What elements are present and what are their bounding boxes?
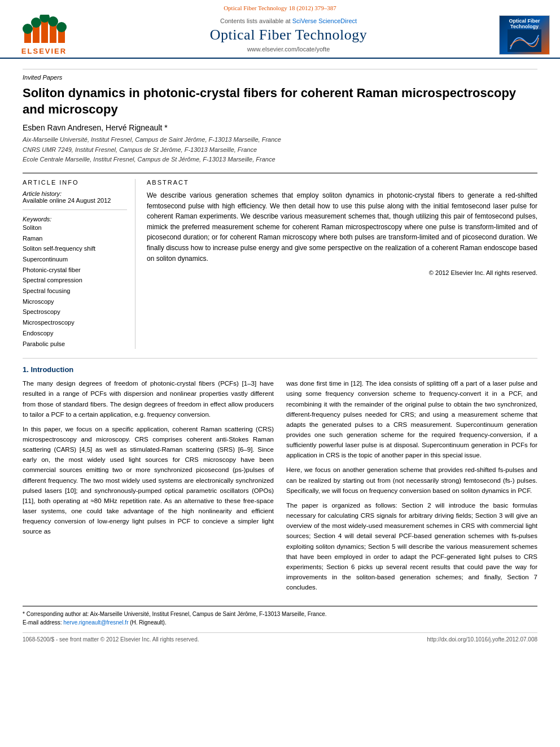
affiliation-3: Ecole Centrale Marseille, Institut Fresn… — [23, 155, 537, 165]
elsevier-logo: ELSEVIER — [10, 15, 78, 55]
email-note: E-mail address: herve.rigneault@fresnel.… — [23, 618, 537, 627]
section-label: Invited Papers — [23, 69, 537, 81]
cover-graphic-icon — [508, 29, 541, 52]
keyword-item: Spectral compression — [23, 275, 127, 286]
email-label: E-mail address: — [23, 619, 62, 626]
affiliation-1: Aix-Marseille Université, Institut Fresn… — [23, 135, 537, 145]
keyword-item: Soliton — [23, 222, 127, 233]
svg-rect-1 — [33, 26, 40, 43]
svg-point-6 — [31, 18, 41, 28]
doi-link[interactable]: http://dx.doi.org/10.1016/j.yofte.2012.0… — [427, 636, 537, 643]
header-inner: ELSEVIER Contents lists available at Sci… — [0, 15, 560, 55]
keyword-item: Parabolic pulse — [23, 339, 127, 350]
journal-top-bar: Optical Fiber Technology 18 (2012) 379–3… — [0, 5, 560, 11]
copyright-line: © 2012 Elsevier Inc. All rights reserved… — [147, 269, 537, 276]
svg-point-9 — [56, 22, 67, 32]
svg-rect-2 — [41, 20, 48, 43]
authors-text: Esben Ravn Andresen, Hervé Rigneault * — [23, 123, 168, 132]
authors: Esben Ravn Andresen, Hervé Rigneault * — [23, 123, 537, 132]
keyword-item: Supercontinuum — [23, 254, 127, 265]
affiliations: Aix-Marseille Université, Institut Fresn… — [23, 135, 537, 165]
email-note-text: (H. Rigneault). — [130, 619, 166, 626]
article-history: Article history: Available online 24 Aug… — [23, 190, 127, 204]
svg-point-8 — [48, 16, 58, 27]
issn-line: 1068-5200/$ - see front matter © 2012 El… — [23, 636, 199, 643]
svg-rect-3 — [50, 25, 56, 43]
divider — [23, 209, 127, 210]
footnote-area: * Corresponding author at: Aix-Marseille… — [23, 606, 537, 627]
abstract-header: ABSTRACT — [147, 179, 537, 186]
intro-section: 1. Introduction The many design degrees … — [23, 358, 537, 597]
content-area: Invited Papers Soliton dynamics in photo… — [0, 59, 560, 654]
intro-right-para-1: was done first time in [12]. The idea co… — [286, 378, 537, 460]
journal-name: Optical Fiber Technology — [78, 27, 499, 43]
cover-title: Optical Fiber Technology — [502, 18, 547, 29]
intro-left-col: The many design degrees of freedom of ph… — [23, 378, 274, 597]
abstract-text: We describe various generation schemes t… — [147, 190, 537, 264]
journal-cover-image: Optical Fiber Technology — [499, 15, 550, 55]
corresponding-author-note: * Corresponding author at: Aix-Marseille… — [23, 610, 537, 618]
keywords-section: Keywords: SolitonRamanSoliton self-frequ… — [23, 216, 127, 349]
keyword-item: Microscopy — [23, 296, 127, 307]
footer-bar: 1068-5200/$ - see front matter © 2012 El… — [23, 632, 537, 643]
intro-right-col: was done first time in [12]. The idea co… — [286, 378, 537, 597]
page: Optical Fiber Technology 18 (2012) 379–3… — [0, 0, 560, 747]
svg-rect-4 — [58, 30, 65, 43]
intro-two-col: The many design degrees of freedom of ph… — [23, 378, 537, 597]
journal-ref: Optical Fiber Technology 18 (2012) 379–3… — [224, 5, 336, 11]
elsevier-tree-icon — [21, 15, 67, 46]
history-label: Article history: — [23, 190, 127, 197]
intro-right-para-2: Here, we focus on another generation sch… — [286, 465, 537, 495]
intro-para-1: The many design degrees of freedom of ph… — [23, 378, 274, 420]
contents-line: Contents lists available at SciVerse Sci… — [78, 18, 499, 24]
article-info-abstract: ARTICLE INFO Article history: Available … — [23, 173, 537, 349]
sciverse-link[interactable]: SciVerse ScienceDirect — [292, 18, 357, 24]
keyword-item: Soliton self-frequency shift — [23, 243, 127, 254]
abstract-col: ABSTRACT We describe various generation … — [147, 179, 537, 349]
keywords-list: SolitonRamanSoliton self-frequency shift… — [23, 222, 127, 349]
article-info-header: ARTICLE INFO — [23, 179, 127, 186]
email-link[interactable]: herve.rigneault@fresnel.fr — [63, 619, 128, 626]
keyword-item: Microspectroscopy — [23, 317, 127, 328]
intro-title: 1. Introduction — [23, 365, 537, 374]
elsevier-wordmark: ELSEVIER — [21, 47, 67, 55]
journal-title-center: Contents lists available at SciVerse Sci… — [78, 18, 499, 53]
keyword-item: Raman — [23, 233, 127, 244]
svg-point-5 — [23, 24, 33, 34]
intro-para-2: In this paper, we focus on a specific ap… — [23, 424, 274, 537]
article-info-col: ARTICLE INFO Article history: Available … — [23, 179, 135, 349]
keyword-item: Endoscopy — [23, 328, 127, 339]
keyword-item: Spectroscopy — [23, 307, 127, 317]
keyword-item: Spectral focusing — [23, 286, 127, 296]
keywords-label: Keywords: — [23, 216, 127, 222]
intro-right-para-3: The paper is organized as follows: Secti… — [286, 500, 537, 592]
affiliation-2: CNRS UMR 7249, Institut Fresnel, Campus … — [23, 145, 537, 155]
journal-header: Optical Fiber Technology 18 (2012) 379–3… — [0, 0, 560, 59]
paper-title: Soliton dynamics in photonic-crystal fib… — [23, 85, 537, 117]
journal-url: www.elsevier.com/locate/yofte — [78, 46, 499, 53]
keyword-item: Photonic-crystal fiber — [23, 265, 127, 276]
available-online: Available online 24 August 2012 — [23, 197, 127, 204]
